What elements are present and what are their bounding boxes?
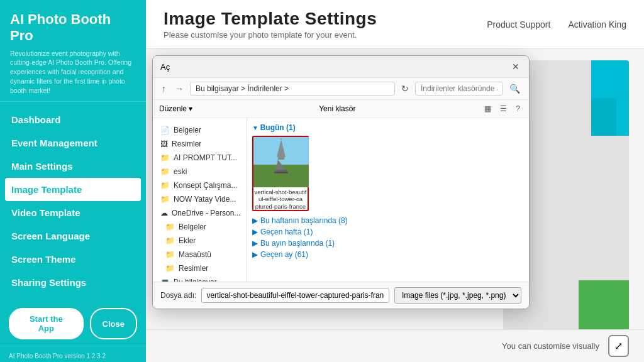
- chevron-right-icon-3: ▶: [252, 239, 258, 248]
- group-gecen-hafta-label: Geçen hafta (1): [260, 228, 313, 236]
- sidebar-item-resimler2[interactable]: 📁 Resimler: [153, 261, 247, 275]
- sidebar-item-image-template[interactable]: Image Template: [5, 178, 141, 201]
- eiffel-tower-svg: [272, 138, 291, 176]
- folder-icon-6: 📁: [165, 236, 175, 245]
- folder-icon-1: 📁: [160, 153, 170, 162]
- topbar-links: Product Support Activation King: [487, 19, 626, 30]
- sidebar-item-masaustu[interactable]: 📁 Masaüstü: [153, 248, 247, 261]
- page-title: Image Template Settings: [164, 9, 377, 29]
- svg-marker-0: [277, 140, 286, 157]
- eiffel-image-preview: [253, 137, 309, 187]
- sidebar-item-ai-prompt[interactable]: 📁 AI PROMPT TUT...: [153, 151, 247, 165]
- dialog-toolbar: ↑ → Bu bilgisayar > İndirilenler > ↻ 🔍: [153, 78, 529, 100]
- sidebar-item-event-management[interactable]: Event Management: [0, 131, 146, 155]
- dialog-actions-bar: Düzenle ▾ Yeni klasör ▦ ☰ ?: [153, 100, 529, 118]
- group-bu-haftanin-label: Bu haftanın başlarında (8): [260, 216, 348, 225]
- search-input[interactable]: [415, 82, 503, 96]
- dialog-title: Aç: [160, 62, 170, 72]
- file-thumb-label-eiffel: vertical-shot-beautiful-eiffel-tower-cap…: [253, 189, 308, 210]
- canvas-green-block: [579, 280, 629, 331]
- dialog-filename-row: Dosya adı: Image files (*.jpg, *.jpeg, *…: [153, 282, 529, 309]
- group-bu-ayin[interactable]: ▶ Bu ayın başlarında (1): [252, 239, 524, 248]
- folder-icon-7: 📁: [165, 250, 175, 259]
- nav-up-button[interactable]: ↑: [159, 82, 169, 95]
- app-logo-title: AI Photo Booth Pro: [10, 11, 136, 45]
- search-button[interactable]: 🔍: [507, 82, 523, 95]
- file-grid-bugun: vertical-shot-beautiful-eiffel-tower-cap…: [252, 136, 524, 211]
- chevron-right-icon: ▶: [252, 216, 258, 225]
- chevron-right-icon-4: ▶: [252, 250, 258, 259]
- file-open-dialog: Aç ✕ ↑ → Bu bilgisayar > İndirilenler > …: [152, 55, 530, 309]
- view-detail-icon[interactable]: ☰: [497, 103, 509, 114]
- breadcrumb-bar[interactable]: Bu bilgisayar > İndirilenler >: [190, 82, 395, 96]
- expand-button[interactable]: ⤢: [608, 335, 629, 357]
- filename-input[interactable]: [201, 288, 389, 303]
- view-large-icon[interactable]: ▦: [482, 103, 494, 114]
- sidebar-item-bu-bilgisayar[interactable]: 💻 Bu bilgisayar: [153, 275, 247, 282]
- sidebar-item-onedrive[interactable]: ☁ OneDrive - Person...: [153, 206, 247, 220]
- dialog-file-main: Bugün (1): [247, 118, 529, 282]
- close-button[interactable]: Close: [90, 308, 137, 339]
- svg-rect-4: [274, 172, 288, 173]
- sidebar-actions: Start the App Close: [0, 300, 146, 346]
- refresh-button[interactable]: ↻: [399, 82, 411, 95]
- start-app-button[interactable]: Start the App: [9, 308, 84, 339]
- sidebar-item-video-template[interactable]: Video Template: [0, 201, 146, 224]
- main-content: Image Template Settings Please customise…: [146, 0, 644, 362]
- sidebar: AI Photo Booth Pro Revolutionize event p…: [0, 0, 146, 362]
- customise-text: You can customise visually: [502, 341, 599, 351]
- chevron-right-icon-2: ▶: [252, 228, 258, 236]
- svg-rect-3: [275, 170, 287, 172]
- nav-forward-button[interactable]: →: [172, 82, 186, 95]
- sidebar-footer: AI Photo Booth Pro version 1.2.3.22024 A…: [0, 346, 146, 362]
- document-icon: 📄: [160, 126, 170, 134]
- breadcrumb-text: Bu bilgisayar > İndirilenler >: [196, 84, 289, 93]
- bottom-bar: You can customise visually ⤢: [146, 329, 644, 362]
- edit-menu[interactable]: Düzenle ▾: [159, 104, 192, 113]
- group-bu-haftanin[interactable]: ▶ Bu haftanın başlarında (8): [252, 216, 524, 225]
- picture-icon: 🖼: [160, 140, 168, 148]
- group-gecen-ay[interactable]: ▶ Geçen ay (61): [252, 250, 524, 259]
- sidebar-nav: DashboardEvent ManagementMain SettingsIm…: [0, 102, 146, 300]
- activation-king-link[interactable]: Activation King: [568, 19, 626, 30]
- cloud-icon: ☁: [160, 209, 168, 217]
- sidebar-item-eski[interactable]: 📁 eski: [153, 165, 247, 178]
- group-gecen-ay-label: Geçen ay (61): [260, 250, 308, 259]
- dialog-titlebar: Aç ✕: [153, 56, 529, 78]
- sidebar-item-dashboard[interactable]: Dashboard: [0, 108, 146, 131]
- dialog-close-button[interactable]: ✕: [510, 61, 521, 72]
- group-bu-ayin-label: Bu ayın başlarında (1): [260, 239, 335, 248]
- filetype-select[interactable]: Image files (*.jpg, *.jpeg, *.png): [394, 287, 521, 304]
- svg-rect-1: [278, 157, 284, 160]
- sidebar-item-screen-language[interactable]: Screen Language: [0, 224, 146, 248]
- sidebar-item-konsept[interactable]: 📁 Konsept Çalışma...: [153, 178, 247, 192]
- sidebar-item-belgeler[interactable]: 📄 Belgeler: [153, 123, 247, 137]
- expand-icon: ⤢: [614, 341, 623, 351]
- version-text: AI Photo Booth Pro version 1.2.3.22024 A…: [9, 351, 137, 362]
- folder-icon-8: 📁: [165, 264, 175, 273]
- view-help-icon[interactable]: ?: [513, 103, 523, 114]
- folder-icon-4: 📁: [160, 195, 170, 204]
- group-gecen-hafta[interactable]: ▶ Geçen hafta (1): [252, 228, 524, 236]
- new-folder-button[interactable]: Yeni klasör: [319, 104, 355, 113]
- sidebar-item-resimler[interactable]: 🖼 Resimler: [153, 137, 247, 151]
- folder-icon-5: 📁: [165, 222, 175, 231]
- sidebar-item-belgeler2[interactable]: 📁 Belgeler: [153, 220, 247, 234]
- page-subtitle: Please customise your photo template for…: [164, 30, 377, 40]
- sidebar-item-ekler[interactable]: 📁 Ekler: [153, 234, 247, 248]
- content-area: ↩ Undo Redo ↪ Aç ✕ ↑ → Bu bilgisayar > İ…: [146, 49, 644, 362]
- product-support-link[interactable]: Product Support: [487, 19, 550, 30]
- sidebar-item-now[interactable]: 📁 NOW Yatay Vide...: [153, 192, 247, 206]
- sidebar-item-screen-theme[interactable]: Screen Theme: [0, 248, 146, 271]
- group-bugun[interactable]: Bugün (1): [252, 123, 524, 132]
- file-thumb-eiffel[interactable]: vertical-shot-beautiful-eiffel-tower-cap…: [252, 136, 309, 211]
- folder-icon-3: 📁: [160, 181, 170, 190]
- topbar: Image Template Settings Please customise…: [146, 0, 644, 49]
- sidebar-item-sharing-settings[interactable]: Sharing Settings: [0, 271, 146, 294]
- topbar-title-area: Image Template Settings Please customise…: [164, 9, 377, 40]
- dialog-file-sidebar: 📄 Belgeler 🖼 Resimler 📁 AI PROMPT TUT...…: [153, 118, 247, 282]
- folder-icon-2: 📁: [160, 167, 170, 176]
- sidebar-item-main-settings[interactable]: Main Settings: [0, 155, 146, 178]
- app-description: Revolutionize event photography with cut…: [10, 49, 136, 95]
- sidebar-logo-area: AI Photo Booth Pro Revolutionize event p…: [0, 0, 146, 102]
